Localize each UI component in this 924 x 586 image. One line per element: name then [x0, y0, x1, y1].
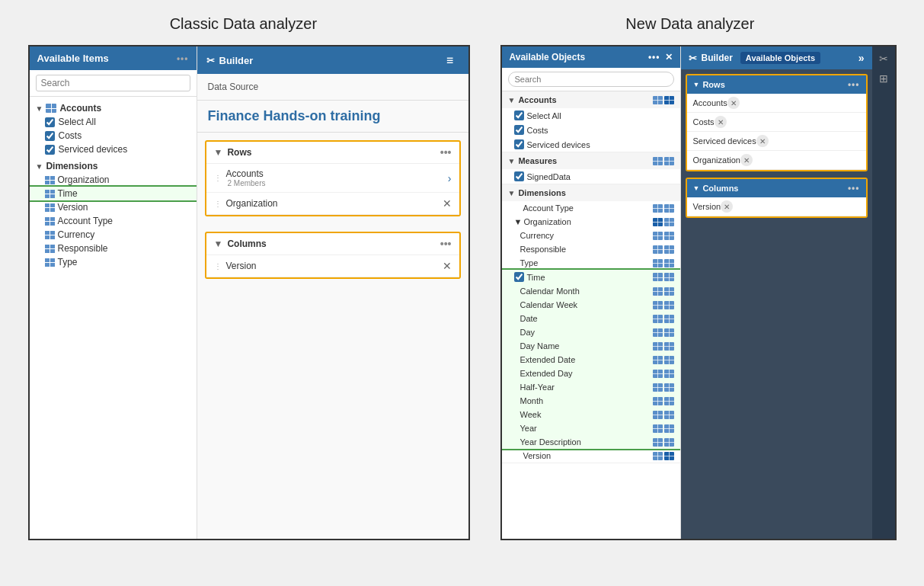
costs-checkbox[interactable] — [45, 131, 55, 141]
new-close-icon[interactable]: ✕ — [665, 52, 673, 62]
new-accounts-remove[interactable]: ✕ — [727, 97, 740, 109]
org-row-item[interactable]: ⋮ Organization ✕ — [206, 193, 459, 215]
sidebar-filter-icon[interactable]: ⊞ — [879, 72, 888, 85]
new-accounts-label: Accounts — [518, 95, 556, 104]
cw-grid — [653, 301, 663, 309]
version-dim-label: Version — [58, 202, 88, 213]
classic-dimensions-section: ▼ Dimensions Organization Time Version — [30, 159, 197, 269]
version-remove-icon[interactable]: ✕ — [443, 260, 452, 272]
costs-item[interactable]: Costs — [30, 129, 197, 142]
new-more-icon[interactable]: ••• — [648, 52, 660, 62]
new-costs-remove[interactable]: ✕ — [715, 116, 727, 128]
year-item[interactable]: Year — [502, 421, 680, 435]
org-remove-icon[interactable]: ✕ — [443, 197, 452, 210]
columns-more-icon[interactable]: ••• — [440, 238, 452, 250]
day-item[interactable]: Day — [502, 325, 680, 339]
new-dimensions-section: ▼ Dimensions Account Type ▼ Organizatio — [502, 184, 680, 463]
org-row-label: Organization — [226, 198, 278, 209]
responsible-item[interactable]: Responsible — [30, 242, 197, 255]
new-cols-more[interactable]: ••• — [848, 183, 860, 194]
new-builder-chevron[interactable]: » — [858, 52, 865, 64]
serviced-checkbox[interactable] — [45, 145, 55, 155]
new-version-remove[interactable]: ✕ — [721, 200, 733, 213]
version-dim-item[interactable]: Version — [30, 200, 197, 214]
account-type-item[interactable]: Account Type — [30, 214, 197, 228]
type-item[interactable]: Type — [30, 255, 197, 269]
currency-label: Currency — [58, 229, 95, 240]
builder-title: Finance Hands-on training — [197, 101, 468, 133]
new-rows-more[interactable]: ••• — [848, 79, 860, 90]
new-measures-header[interactable]: ▼ Measures — [502, 152, 680, 169]
dn-grid — [653, 342, 663, 351]
extended-day-item[interactable]: Extended Day — [502, 367, 680, 380]
cal-month-item[interactable]: Calendar Month — [502, 284, 680, 298]
new-left-header: Available Objects ••• ✕ — [502, 46, 680, 68]
accounts-row-item[interactable]: ⋮ Accounts 2 Members › — [206, 164, 459, 193]
cal-week-item[interactable]: Calendar Week — [502, 298, 680, 312]
new-select-all-cb[interactable] — [514, 110, 524, 120]
classic-dimensions-header[interactable]: ▼ Dimensions — [30, 159, 197, 173]
new-currency-item[interactable]: Currency — [502, 229, 680, 242]
currency-item[interactable]: Currency — [30, 228, 197, 242]
extended-date-item[interactable]: Extended Date — [502, 353, 680, 367]
new-org-chevron: ▼ — [514, 217, 523, 226]
new-version-item[interactable]: Version — [502, 449, 680, 463]
new-type-item[interactable]: Type — [502, 256, 680, 270]
new-costs-cb[interactable] — [514, 125, 524, 135]
new-time-cb[interactable] — [514, 272, 524, 282]
new-serviced-remove[interactable]: ✕ — [756, 135, 769, 147]
new-costs-item[interactable]: Costs — [502, 123, 680, 137]
new-serviced-cb[interactable] — [514, 139, 524, 149]
hy-list — [664, 383, 674, 392]
responsible-label: Responsible — [58, 243, 108, 254]
signed-data-cb[interactable] — [514, 171, 524, 181]
new-responsible-item[interactable]: Responsible — [502, 242, 680, 256]
week-item[interactable]: Week — [502, 408, 680, 421]
day-name-item[interactable]: Day Name — [502, 339, 680, 353]
sidebar-scissors-icon[interactable]: ✂ — [879, 53, 888, 65]
half-year-item[interactable]: Half-Year — [502, 380, 680, 394]
new-costs-row[interactable]: Costs ✕ — [687, 113, 866, 132]
new-accounts-header[interactable]: ▼ Accounts — [502, 91, 680, 108]
classic-search-input[interactable] — [36, 75, 190, 91]
new-version-col[interactable]: Version ✕ — [687, 197, 866, 216]
new-search-input[interactable] — [508, 72, 674, 87]
signed-data-item[interactable]: SignedData — [502, 169, 680, 184]
select-all-item[interactable]: Select All — [30, 115, 197, 129]
new-time-expanded: Time Calendar Month — [502, 270, 680, 449]
new-serviced-row[interactable]: Serviced devices ✕ — [687, 132, 866, 151]
date-item[interactable]: Date — [502, 312, 680, 325]
hy-grid — [653, 383, 663, 392]
accounts-arrow-icon[interactable]: › — [448, 172, 452, 184]
new-dimensions-header[interactable]: ▼ Dimensions — [502, 184, 680, 201]
new-select-all-item[interactable]: Select All — [502, 108, 680, 123]
ext-date-label: Extended Date — [520, 355, 576, 364]
new-org-row[interactable]: Organization ✕ — [687, 151, 866, 170]
cur-list-icon — [664, 232, 674, 240]
year-desc-item[interactable]: Year Description — [502, 435, 680, 449]
new-accounts-row[interactable]: Accounts ✕ — [687, 94, 866, 113]
more-options-icon[interactable]: ••• — [177, 53, 189, 64]
list-view-icon[interactable]: ☰ — [441, 53, 459, 68]
day-name-label: Day Name — [520, 341, 560, 351]
new-serviced-item[interactable]: Serviced devices — [502, 137, 680, 152]
wk-list — [664, 411, 674, 419]
yr-list — [664, 424, 674, 433]
version-col-item[interactable]: ⋮ Version ✕ — [206, 255, 459, 277]
rows-chevron: ▼ — [214, 147, 223, 158]
new-organization-item[interactable]: ▼ Organization — [502, 215, 680, 229]
new-account-type-item[interactable]: Account Type — [502, 201, 680, 215]
available-objects-btn[interactable]: Available Objects — [740, 52, 820, 64]
select-all-checkbox[interactable] — [45, 117, 55, 127]
classic-panel: Available Items ••• ▼ Accounts Select Al… — [28, 45, 470, 540]
new-org-remove[interactable]: ✕ — [740, 154, 753, 166]
new-org-label: Organization — [523, 217, 571, 226]
time-dim-item[interactable]: Time — [30, 187, 197, 200]
classic-accounts-header[interactable]: ▼ Accounts — [30, 101, 197, 115]
month-item[interactable]: Month — [502, 394, 680, 408]
serviced-devices-item[interactable]: Serviced devices — [30, 142, 197, 156]
organization-dim-item[interactable]: Organization — [30, 173, 197, 187]
rows-more-icon[interactable]: ••• — [440, 146, 452, 159]
new-time-header-item[interactable]: Time — [502, 270, 680, 284]
datasource-label: Data Source — [208, 82, 259, 92]
